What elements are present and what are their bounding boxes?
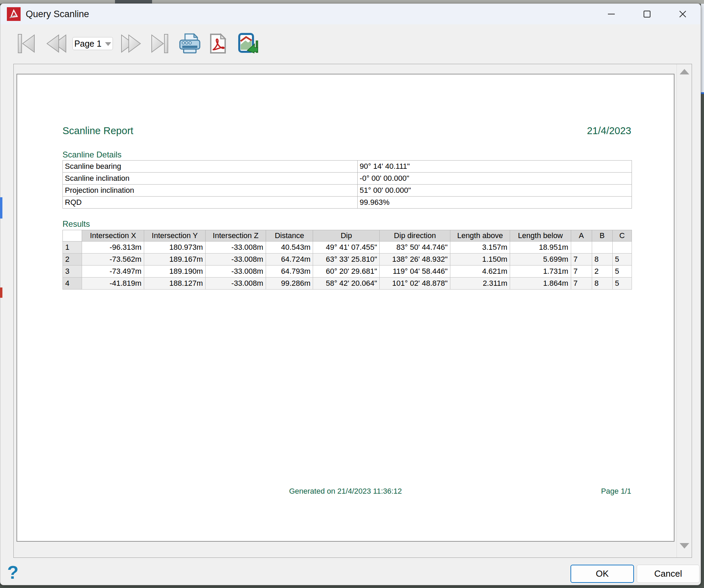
results-cell: 1.150m <box>450 254 510 266</box>
results-cell: 3 <box>63 266 82 278</box>
results-cell: 1.731m <box>510 266 571 278</box>
details-cell: RQD <box>63 197 358 209</box>
results-cell: 40.543m <box>266 242 313 254</box>
ok-button[interactable]: OK <box>570 565 634 583</box>
results-table: Intersection XIntersection YIntersection… <box>62 230 632 290</box>
details-row: Scanline bearing90° 14' 40.111" <box>63 161 632 173</box>
last-page-icon <box>151 34 169 54</box>
results-cell: -73.497m <box>82 266 144 278</box>
vertical-scrollbar[interactable] <box>677 64 692 557</box>
results-cell: 180.973m <box>144 242 206 254</box>
results-cell: -73.562m <box>82 254 144 266</box>
page-number: Page 1/1 <box>601 487 631 496</box>
pdf-icon <box>209 33 227 54</box>
results-cell: 188.127m <box>144 278 206 290</box>
results-cell: 1 <box>63 242 82 254</box>
background-window-edge <box>701 4 704 92</box>
results-cell: 64.793m <box>266 266 313 278</box>
first-page-button[interactable] <box>18 34 35 54</box>
results-cell: -33.008m <box>206 242 266 254</box>
results-cell: 138° 26' 48.932" <box>380 254 450 266</box>
export-image-button[interactable] <box>238 33 259 54</box>
minimize-button[interactable] <box>593 4 629 24</box>
results-cell: 8 <box>592 254 612 266</box>
scroll-down-icon[interactable] <box>680 543 689 549</box>
report-title: Scanline Report <box>62 125 133 137</box>
details-heading: Scanline Details <box>62 150 122 160</box>
results-header-cell <box>63 230 82 242</box>
scanline-details-table: Scanline bearing90° 14' 40.111"Scanline … <box>62 160 632 209</box>
generated-timestamp: Generated on 21/4/2023 11:36:12 <box>17 487 674 496</box>
results-cell: 64.724m <box>266 254 313 266</box>
last-page-button[interactable] <box>151 34 169 54</box>
results-cell <box>612 242 632 254</box>
export-pdf-button[interactable] <box>209 33 227 54</box>
cancel-button[interactable]: Cancel <box>637 565 700 583</box>
report-toolbar: Page 1 <box>0 24 701 63</box>
results-cell: 99.286m <box>266 278 313 290</box>
results-cell: 63° 33' 25.810" <box>313 254 380 266</box>
maximize-icon <box>642 9 652 19</box>
results-cell: 189.167m <box>144 254 206 266</box>
details-cell: 90° 14' 40.111" <box>357 161 632 173</box>
query-scanline-dialog: Query Scanline P <box>0 3 701 585</box>
results-cell: 2 <box>63 254 82 266</box>
report-page: Scanline Report 21/4/2023 Scanline Detai… <box>16 74 674 542</box>
details-cell: -0° 00' 00.000" <box>357 173 632 185</box>
results-cell: -96.313m <box>82 242 144 254</box>
results-cell: 5.699m <box>510 254 571 266</box>
results-row: 4-41.819m188.127m-33.008m99.286m58° 42' … <box>63 278 632 290</box>
results-cell: 4 <box>63 278 82 290</box>
title-bar[interactable]: Query Scanline <box>0 4 701 24</box>
maximize-button[interactable] <box>629 4 665 24</box>
results-cell <box>571 242 592 254</box>
results-heading: Results <box>62 219 90 229</box>
results-cell: -33.008m <box>206 254 266 266</box>
results-cell: 7 <box>571 278 592 290</box>
app-logo-icon <box>7 7 21 21</box>
export-image-icon <box>238 33 259 54</box>
details-cell: Projection inclination <box>63 185 358 197</box>
details-cell: Scanline inclination <box>63 173 358 185</box>
results-header-cell: C <box>612 230 632 242</box>
results-header-cell: Dip <box>313 230 380 242</box>
results-header-cell: Length above <box>450 230 510 242</box>
print-button[interactable] <box>179 33 201 54</box>
results-cell <box>592 242 612 254</box>
results-cell: 2 <box>592 266 612 278</box>
results-cell: 7 <box>571 266 592 278</box>
details-row: Scanline inclination-0° 00' 00.000" <box>63 173 632 185</box>
next-page-button[interactable] <box>120 34 142 54</box>
results-cell: -33.008m <box>206 278 266 290</box>
minimize-icon <box>607 9 616 19</box>
details-cell: Scanline bearing <box>63 161 358 173</box>
results-cell: -41.819m <box>82 278 144 290</box>
results-cell: 1.864m <box>510 278 571 290</box>
page-selector-dropdown[interactable]: Page 1 <box>72 37 113 50</box>
background-red-fragment <box>0 287 2 298</box>
help-button[interactable]: ? <box>7 562 19 583</box>
results-cell: 5 <box>612 266 632 278</box>
print-icon <box>179 33 201 54</box>
next-page-icon <box>120 34 142 54</box>
report-preview-panel: Scanline Report 21/4/2023 Scanline Detai… <box>13 64 692 558</box>
details-row: Projection inclination51° 00' 00.000" <box>63 185 632 197</box>
results-cell: 101° 02' 48.878" <box>380 278 450 290</box>
page-selector-value: Page 1 <box>74 39 101 49</box>
results-row: 1-96.313m180.973m-33.008m40.543m49° 41' … <box>63 242 632 254</box>
results-cell: 60° 20' 29.681" <box>313 266 380 278</box>
results-cell: 7 <box>571 254 592 266</box>
results-cell: 18.951m <box>510 242 571 254</box>
results-cell: 5 <box>612 278 632 290</box>
results-cell: -33.008m <box>206 266 266 278</box>
details-table-body: Scanline bearing90° 14' 40.111"Scanline … <box>63 161 632 209</box>
details-cell: 99.963% <box>357 197 632 209</box>
close-button[interactable] <box>665 4 701 24</box>
results-header-cell: Length below <box>510 230 571 242</box>
background-accent-fragment <box>701 92 704 94</box>
details-row: RQD99.963% <box>63 197 632 209</box>
scroll-up-icon[interactable] <box>680 69 689 74</box>
details-cell: 51° 00' 00.000" <box>357 185 632 197</box>
results-cell: 49° 41' 07.455" <box>313 242 380 254</box>
previous-page-button[interactable] <box>45 34 67 54</box>
